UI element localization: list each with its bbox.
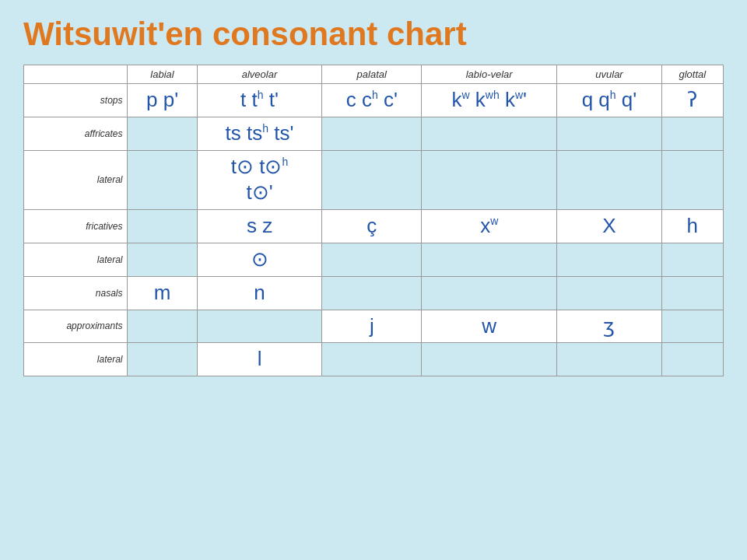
table-cell: xw xyxy=(422,210,557,243)
table-cell: t⊙ t⊙ht⊙' xyxy=(197,150,322,210)
table-cell xyxy=(422,150,557,210)
column-header-palatal: palatal xyxy=(322,65,422,84)
table-cell: n xyxy=(197,276,322,310)
table-cell: s z xyxy=(197,210,322,243)
table-row: laterall xyxy=(24,343,724,376)
table-cell: ⊙ xyxy=(197,243,322,276)
table-cell xyxy=(322,150,422,210)
table-cell: j xyxy=(322,310,422,343)
table-cell xyxy=(322,343,422,376)
table-cell xyxy=(128,117,197,150)
table-cell xyxy=(322,276,422,310)
table-cell xyxy=(422,243,557,276)
table-cell xyxy=(661,276,723,310)
table-cell: ʒ xyxy=(557,310,661,343)
table-row: approximantsjwʒ xyxy=(24,310,724,343)
table-cell: h xyxy=(661,210,723,243)
column-header-uvular: uvular xyxy=(557,65,661,84)
column-header-alveolar: alveolar xyxy=(197,65,322,84)
table-cell xyxy=(322,243,422,276)
table-row: stopsp p't th t'c ch c'kw kwh kw'q qh q'… xyxy=(24,84,724,117)
row-label: lateral xyxy=(24,343,128,376)
table-cell: ç xyxy=(322,210,422,243)
table-cell xyxy=(128,310,197,343)
row-label: nasals xyxy=(24,276,128,310)
table-cell xyxy=(661,117,723,150)
row-label: stops xyxy=(24,84,128,117)
table-cell xyxy=(661,243,723,276)
row-label: affricates xyxy=(24,117,128,150)
table-cell xyxy=(197,310,322,343)
column-header-labiovelar: labio-velar xyxy=(422,65,557,84)
table-cell: ʔ xyxy=(661,84,723,117)
table-cell: p p' xyxy=(128,84,197,117)
table-cell xyxy=(661,310,723,343)
consonant-chart: labialalveolarpalatallabio-velaruvulargl… xyxy=(23,65,724,376)
table-cell: c ch c' xyxy=(322,84,422,117)
table-cell xyxy=(661,150,723,210)
table-cell: q qh q' xyxy=(557,84,661,117)
table-cell xyxy=(422,276,557,310)
table-cell xyxy=(128,210,197,243)
row-label: approximants xyxy=(24,310,128,343)
table-row: lateral⊙ xyxy=(24,243,724,276)
table-cell xyxy=(422,117,557,150)
column-header-labial: labial xyxy=(128,65,197,84)
page-title: Witsuwit'en consonant chart xyxy=(23,16,724,53)
table-cell xyxy=(661,343,723,376)
table-cell xyxy=(128,150,197,210)
row-label: lateral xyxy=(24,150,128,210)
table-cell: Χ xyxy=(557,210,661,243)
table-row: lateralt⊙ t⊙ht⊙' xyxy=(24,150,724,210)
corner-header xyxy=(24,65,128,84)
table-cell: t th t' xyxy=(197,84,322,117)
table-cell xyxy=(557,343,661,376)
table-row: affricatests tsh ts' xyxy=(24,117,724,150)
table-cell: l xyxy=(197,343,322,376)
table-cell xyxy=(128,243,197,276)
table-cell: m xyxy=(128,276,197,310)
table-cell: kw kwh kw' xyxy=(422,84,557,117)
row-label: fricatives xyxy=(24,210,128,243)
table-cell: ts tsh ts' xyxy=(197,117,322,150)
table-cell xyxy=(422,343,557,376)
table-cell: w xyxy=(422,310,557,343)
table-cell xyxy=(557,276,661,310)
table-cell xyxy=(557,243,661,276)
table-cell xyxy=(557,150,661,210)
table-cell xyxy=(128,343,197,376)
table-cell xyxy=(322,117,422,150)
table-row: nasalsmn xyxy=(24,276,724,310)
table-cell xyxy=(557,117,661,150)
column-header-glottal: glottal xyxy=(661,65,723,84)
table-row: fricativess zçxwΧh xyxy=(24,210,724,243)
row-label: lateral xyxy=(24,243,128,276)
